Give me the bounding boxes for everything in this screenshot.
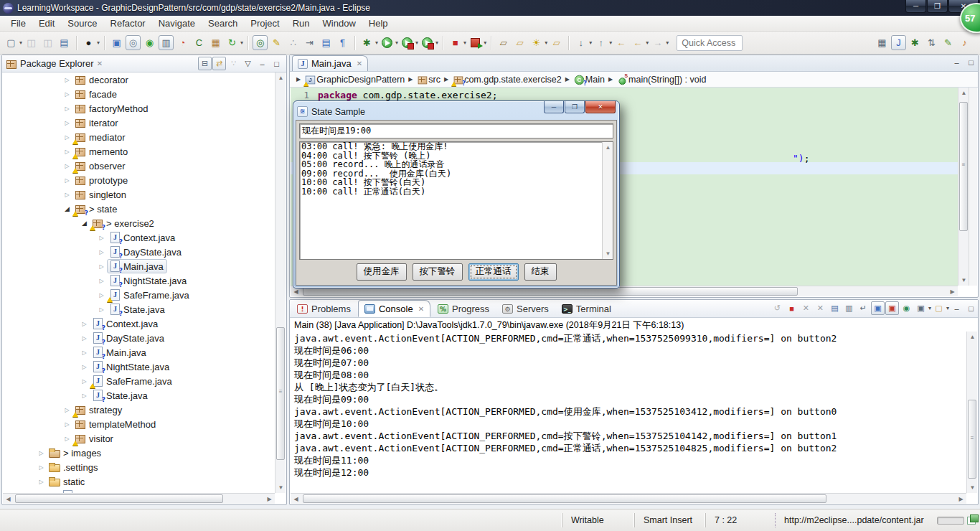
tree-item[interactable]: ▷?Main.java <box>3 259 275 273</box>
new-package-icon[interactable]: ▦ <box>208 35 223 50</box>
call-log-textarea[interactable]: 03:00 call! 紧急: 晚上使用金库!04:00 call! 按下警铃 … <box>299 141 613 260</box>
breadcrumb-item[interactable]: ?Main <box>573 74 605 85</box>
twistie-collapsed-icon[interactable]: ▷ <box>96 278 107 284</box>
twistie-collapsed-icon[interactable]: ▷ <box>79 393 90 399</box>
show-stdout-icon[interactable]: ▣ <box>871 301 885 315</box>
view-menu-icon[interactable]: ▽ <box>241 57 255 70</box>
menu-help[interactable]: Help <box>362 17 395 30</box>
spray-icon[interactable]: ∴ <box>286 35 301 50</box>
scroll-left-icon[interactable]: ◀ <box>3 494 14 504</box>
last-edit-icon[interactable]: ← <box>613 35 628 50</box>
minimize-view-icon[interactable]: ‒ <box>950 301 963 315</box>
tree-item[interactable]: ▷?Context.java <box>3 230 275 245</box>
scroll-down-icon[interactable]: ▼ <box>275 482 286 493</box>
save-all-icon[interactable]: ◫ <box>40 35 55 50</box>
tree-horizontal-scrollbar[interactable]: ◀ ▶ <box>3 493 275 504</box>
maximize-view-icon[interactable]: □ <box>964 55 978 69</box>
tree-item[interactable]: ▷factoryMethod <box>3 101 275 116</box>
scroll-up-icon[interactable]: ▲ <box>958 88 969 98</box>
tree-item[interactable]: ▷templateMethod <box>3 417 275 431</box>
tree-item[interactable]: ▷?DayState.java <box>3 331 275 345</box>
show-stderr-icon[interactable]: ▣ <box>885 301 899 315</box>
menu-navigate[interactable]: Navigate <box>152 17 202 30</box>
close-view-icon[interactable]: ✕ <box>97 60 103 67</box>
console-vertical-scrollbar[interactable]: ▲ ▼ ≡ <box>966 332 977 493</box>
forward-icon[interactable]: → <box>650 35 665 50</box>
outline-doc-icon[interactable]: ▤ <box>319 35 334 50</box>
run-external-dropdown-icon[interactable]: ▾ <box>97 39 100 46</box>
console-output[interactable]: java.awt.event.ActionEvent[ACTION_PERFOR… <box>291 332 966 493</box>
debug-dropdown-icon[interactable]: ▾ <box>375 39 378 46</box>
tree-item[interactable]: ▷?State.java <box>3 388 275 403</box>
quick-access-input[interactable]: Quick Access <box>677 35 743 51</box>
menu-file[interactable]: File <box>4 17 32 30</box>
profile-dropdown-icon[interactable]: ▾ <box>435 39 438 46</box>
start-server-icon[interactable]: ◉ <box>142 35 157 50</box>
open-console-icon[interactable]: ▢ <box>932 301 946 315</box>
word-wrap-icon[interactable]: ↵ <box>857 301 870 315</box>
scroll-up-icon[interactable]: ▲ <box>275 72 286 83</box>
menu-refactor[interactable]: Refactor <box>104 17 152 30</box>
twistie-collapsed-icon[interactable]: ▷ <box>79 364 90 370</box>
twistie-expanded-icon[interactable]: ◢ <box>79 220 90 227</box>
twistie-collapsed-icon[interactable]: ▷ <box>62 436 72 442</box>
scrollbar-thumb[interactable] <box>303 494 826 503</box>
tree-item[interactable]: ▷iterator <box>3 116 275 130</box>
progress-view-icon[interactable] <box>967 514 977 525</box>
scroll-up-icon[interactable]: ▲ <box>603 142 613 153</box>
scrollbar-thumb[interactable]: ≡ <box>968 400 976 479</box>
time-text-field[interactable]: 现在时间是19:00 <box>299 123 613 138</box>
remove-launch-icon[interactable]: ✕ <box>799 301 813 315</box>
minimize-view-icon[interactable]: ‒ <box>950 55 963 69</box>
debug-perspective-icon[interactable]: ✱ <box>908 35 923 50</box>
back-icon[interactable]: ← <box>630 35 645 50</box>
highlighter-icon[interactable]: ✎ <box>269 35 284 50</box>
dialog-close-button[interactable]: ✕ <box>585 101 616 113</box>
mark-occurrences-icon[interactable]: ◎ <box>126 35 141 50</box>
back-dropdown-icon[interactable]: ▾ <box>646 39 649 46</box>
pin-console-icon[interactable]: ◉ <box>900 301 913 315</box>
twistie-collapsed-icon[interactable]: ▷ <box>62 149 72 155</box>
terminate-icon[interactable]: ■ <box>448 35 463 50</box>
tab-main-java[interactable]: J Main.java ✕ <box>292 55 368 71</box>
refresh-dropdown-icon[interactable]: ▾ <box>240 39 243 46</box>
save-icon[interactable]: ◫ <box>24 35 39 50</box>
tab-problems[interactable]: Problems <box>291 300 357 317</box>
run-config-icon[interactable] <box>400 35 415 50</box>
tree-item[interactable]: ▷?DayState.java <box>3 245 275 259</box>
debug-icon[interactable]: ✱ <box>359 35 374 50</box>
scroll-down-icon[interactable]: ▼ <box>958 275 969 286</box>
twistie-collapsed-icon[interactable]: ▷ <box>36 479 47 485</box>
menu-source[interactable]: Source <box>61 17 103 30</box>
fetch-folder-icon[interactable]: ▱ <box>549 35 564 50</box>
breadcrumb-item[interactable]: src <box>416 74 440 85</box>
tree-item[interactable]: ▷?NightState.java <box>3 273 275 288</box>
twistie-collapsed-icon[interactable]: ▷ <box>96 306 107 313</box>
twistie-collapsed-icon[interactable]: ▷ <box>79 378 90 385</box>
link-with-editor-icon[interactable]: ⇄ <box>212 57 226 70</box>
dialog-minimize-button[interactable]: ─ <box>544 101 564 113</box>
new-java-element-icon[interactable]: ▣ <box>109 35 124 50</box>
tab-servers[interactable]: Servers <box>496 300 555 317</box>
tree-item[interactable]: ▷static <box>3 474 275 489</box>
menu-run[interactable]: Run <box>286 17 316 30</box>
twistie-collapsed-icon[interactable]: ▷ <box>62 407 72 413</box>
tree-item[interactable]: ▷.settings <box>3 460 275 474</box>
twistie-collapsed-icon[interactable]: ▷ <box>96 249 107 255</box>
use-vault-button[interactable]: 使用金库 <box>357 263 407 281</box>
twistie-collapsed-icon[interactable]: ▷ <box>62 134 72 141</box>
maximize-view-icon[interactable]: □ <box>964 301 978 315</box>
terminate-icon[interactable]: ■ <box>785 301 798 315</box>
restore-button[interactable]: ❐ <box>927 0 948 13</box>
refresh-icon[interactable]: ↻ <box>225 35 240 50</box>
tab-progress[interactable]: Progress <box>432 300 495 317</box>
twistie-collapsed-icon[interactable]: ▷ <box>62 77 72 83</box>
twistie-collapsed-icon[interactable]: ▷ <box>96 292 107 299</box>
twistie-collapsed-icon[interactable]: ▷ <box>36 464 47 471</box>
breadcrumb-item[interactable]: main(String[]) : void <box>616 74 706 85</box>
new-class-icon[interactable]: C <box>192 35 207 50</box>
scroll-lock-icon[interactable]: ▥ <box>842 301 856 315</box>
scroll-left-icon[interactable]: ◀ <box>291 494 301 504</box>
twistie-collapsed-icon[interactable]: ▷ <box>79 321 90 327</box>
menu-project[interactable]: Project <box>244 17 286 30</box>
